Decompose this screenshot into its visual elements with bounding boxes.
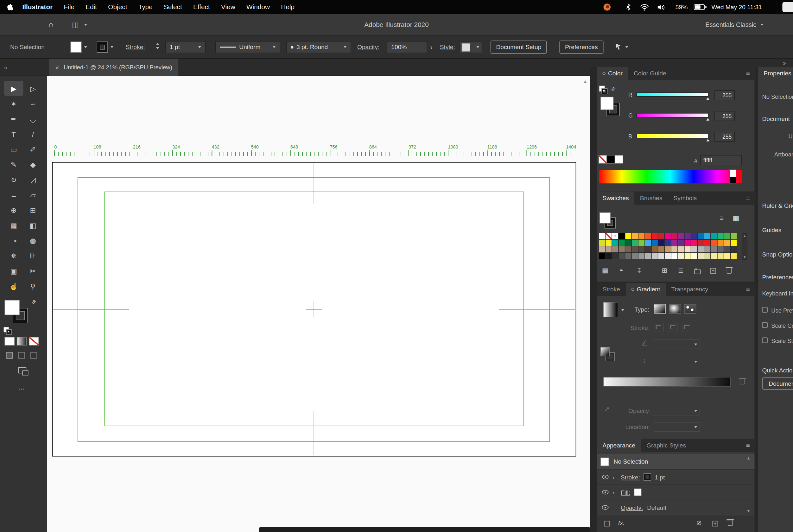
canvas[interactable]: 0108216324432540648756864972108011881296… [47, 76, 590, 532]
swatch[interactable] [724, 253, 730, 259]
guide-center-horizontal-right[interactable] [499, 309, 575, 310]
swatch[interactable] [658, 233, 664, 239]
swatch[interactable] [672, 233, 677, 239]
guide-center-horizontal-left[interactable] [53, 309, 129, 310]
duplicate-item-icon[interactable]: + [713, 521, 718, 527]
panel-menu-icon[interactable]: ≡ [746, 67, 750, 80]
black-swatch[interactable] [607, 155, 615, 163]
slice-tool[interactable]: ✂ [23, 264, 43, 278]
swatch[interactable] [625, 240, 631, 246]
white-swatch[interactable] [615, 155, 623, 163]
swatch[interactable] [672, 240, 677, 246]
swatch[interactable] [639, 233, 644, 239]
style-panel-link[interactable]: Style: [440, 36, 455, 59]
swatch[interactable] [619, 246, 625, 252]
rotate-tool[interactable]: ↻ [4, 172, 23, 187]
rectangle-tool[interactable]: ▭ [4, 142, 23, 156]
attribute-label[interactable]: Fill: [621, 489, 630, 496]
swatch[interactable] [639, 246, 644, 252]
swatch[interactable] [599, 253, 605, 259]
hand-tool[interactable]: ☝ [4, 279, 23, 293]
artboard-tool[interactable]: ▣ [4, 264, 23, 278]
visibility-eye-icon[interactable] [602, 490, 609, 494]
swatch[interactable] [665, 240, 671, 246]
swatch[interactable] [698, 246, 704, 252]
collapse-toolbar-icon[interactable]: « [4, 64, 7, 71]
tab-swatches[interactable]: Swatches [597, 192, 634, 205]
swatch[interactable] [605, 240, 611, 246]
swatch[interactable] [632, 246, 638, 252]
linear-gradient-button[interactable] [654, 304, 666, 314]
perspective-grid-tool[interactable]: ⊞ [23, 203, 43, 217]
swatch[interactable] [645, 246, 651, 252]
properties-units[interactable]: Units [789, 133, 793, 139]
delete-swatch-icon[interactable] [726, 268, 732, 273]
swatch[interactable] [599, 233, 605, 239]
swatch[interactable] [731, 246, 737, 252]
freeform-gradient-button[interactable] [684, 304, 696, 314]
swatch[interactable] [625, 233, 631, 239]
brush-definition-select[interactable]: 3 pt. Round [286, 41, 351, 53]
appearance-row[interactable]: ›Fill: [597, 484, 755, 500]
tab-appearance[interactable]: Appearance [597, 439, 641, 452]
workspace-switcher[interactable]: Essentials Classic [705, 14, 763, 36]
swatch[interactable] [678, 253, 684, 259]
scroll-up-icon[interactable]: ▲ [747, 456, 751, 460]
swatch[interactable] [658, 240, 664, 246]
scale-tool[interactable]: ◿ [23, 172, 43, 187]
delete-item-icon[interactable] [728, 520, 733, 526]
graphic-style-select[interactable] [459, 41, 483, 53]
swatch[interactable] [645, 253, 651, 259]
opacity-flyout-icon[interactable]: › [430, 36, 432, 59]
zoom-tool[interactable]: ⚲ [23, 279, 43, 293]
panel-menu-icon[interactable]: ≡ [746, 283, 750, 296]
swatch[interactable] [718, 253, 724, 259]
fill-color-swatch[interactable] [71, 42, 81, 52]
mesh-tool[interactable]: ▦ [4, 218, 23, 232]
tab-properties[interactable]: Properties [758, 67, 793, 80]
shaper-tool[interactable]: ✎ [4, 157, 23, 172]
swatch[interactable] [685, 253, 691, 259]
guide-center-vertical-top[interactable] [314, 163, 314, 204]
preferences-button[interactable]: Preferences [559, 40, 603, 54]
document-setup-button[interactable]: Document Setup [491, 40, 547, 54]
swatch[interactable] [731, 233, 737, 239]
collapse-panels-icon[interactable]: » [783, 59, 786, 67]
menu-file[interactable]: File [58, 0, 80, 14]
draw-behind-mode-button[interactable] [18, 352, 25, 359]
swatch-libraries-icon[interactable]: ▤ [602, 267, 608, 274]
stroke-gradient-within-button[interactable] [654, 323, 664, 331]
swatch[interactable] [599, 240, 605, 246]
screen-mode-button[interactable] [18, 367, 26, 373]
swatch[interactable] [639, 253, 644, 259]
swatch[interactable] [639, 240, 644, 246]
opacity-panel-link[interactable]: Opacity: [357, 36, 379, 59]
swatch[interactable] [672, 246, 677, 252]
swatch[interactable] [612, 246, 618, 252]
swatch[interactable] [711, 233, 717, 239]
paintbrush-tool[interactable]: ✐ [23, 142, 43, 156]
tab-stroke[interactable]: Stroke [597, 283, 626, 296]
none-color-swatch[interactable] [599, 155, 606, 163]
spectrum-bw-swatches[interactable] [730, 170, 736, 183]
swatch[interactable] [619, 240, 625, 246]
swatch[interactable] [625, 253, 631, 259]
scroll-down-icon[interactable]: ▼ [742, 255, 747, 259]
properties-use-preview-bounds[interactable]: Use Preview Bounds [762, 307, 793, 314]
line-segment-tool[interactable]: / [23, 127, 43, 141]
swatch[interactable] [665, 253, 671, 259]
properties-artboards[interactable]: Artboards [774, 151, 793, 157]
menu-object[interactable]: Object [102, 0, 133, 14]
select-similar-button[interactable] [615, 43, 622, 53]
visibility-eye-icon[interactable] [602, 505, 609, 510]
document-tab[interactable]: × Untitled-1 @ 24.21% (RGB/GPU Preview) [49, 59, 178, 76]
swatch[interactable] [704, 240, 710, 246]
direct-selection-tool[interactable]: ▷ [23, 81, 43, 96]
new-swatch-icon[interactable]: + [710, 268, 716, 273]
appearance-selection-row[interactable]: No Selection ▲ [597, 454, 755, 469]
green-slider[interactable] [637, 113, 709, 117]
swatch[interactable] [625, 246, 631, 252]
swatch[interactable] [711, 240, 717, 246]
none-mode-button[interactable] [30, 338, 39, 345]
radial-gradient-button[interactable] [669, 304, 681, 314]
